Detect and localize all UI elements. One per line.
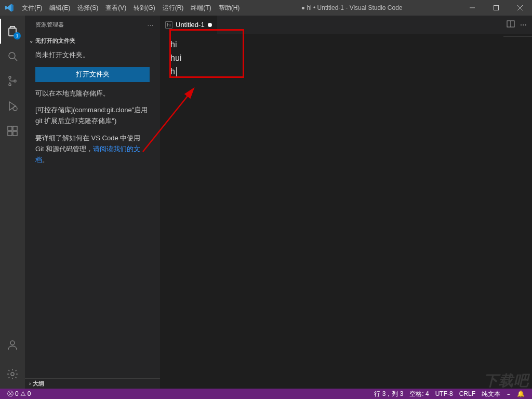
title-bar: 文件(F) 编辑(E) 选择(S) 查看(V) 转到(G) 运行(R) 终端(T… [0,0,532,16]
activity-search[interactable] [0,44,25,69]
menu-view[interactable]: 查看(V) [102,4,130,12]
menu-selection[interactable]: 选择(S) [74,4,102,12]
menu-go[interactable]: 转到(G) [130,4,158,12]
editor-tab[interactable]: hi Untitled-1 [160,16,218,34]
file-icon: hi [165,21,172,29]
status-language[interactable]: 纯文本 [478,390,503,398]
code-line: h [170,65,532,78]
split-editor-icon[interactable] [507,20,515,30]
svg-marker-10 [9,102,16,110]
minimap[interactable] [503,36,532,47]
error-icon: ⓧ [7,390,14,398]
editor-tabs: hi Untitled-1 ··· [160,16,532,34]
close-button[interactable] [508,0,532,16]
menu-edit[interactable]: 编辑(E) [46,4,74,12]
editor-area: hi Untitled-1 ··· hi hui h [160,16,532,389]
warning-icon: ⚠ [20,390,26,397]
menu-bar: 文件(F) 编辑(E) 选择(S) 查看(V) 转到(G) 运行(R) 终端(T… [18,4,243,12]
activity-run-debug[interactable] [0,94,25,118]
text-cursor [176,67,177,77]
svg-rect-12 [8,126,12,130]
activity-source-control[interactable] [0,69,25,94]
explorer-badge: 1 [14,32,21,39]
sidebar-header: 资源管理器 ··· [25,16,160,34]
status-spaces[interactable]: 空格: 4 [406,390,432,398]
menu-file[interactable]: 文件(F) [18,4,46,12]
status-bell-icon[interactable]: 🔔 [514,390,528,398]
svg-point-8 [9,84,11,86]
sidebar: 资源管理器 ··· ⌄ 无打开的文件夹 尚未打开文件夹。 打开文件夹 可以在本地… [25,16,160,389]
tab-filename: Untitled-1 [176,21,205,29]
window-title: ● hi • Untitled-1 - Visual Studio Code [243,4,460,11]
maximize-button[interactable] [484,0,508,16]
code-line: hui [170,51,532,65]
status-bar: ⓧ0 ⚠0 行 3，列 3 空格: 4 UTF-8 CRLF 纯文本 ⌣ 🔔 [0,389,532,399]
outline-section-header[interactable]: › 大纲 [25,379,160,389]
vscode-icon [0,3,18,12]
status-eol[interactable]: CRLF [456,390,478,398]
sidebar-title: 资源管理器 [35,21,64,29]
code-editor[interactable]: hi hui h [160,34,532,389]
svg-line-6 [15,58,17,61]
minimize-button[interactable] [460,0,484,16]
svg-rect-15 [13,131,17,136]
activity-bar: 1 [0,16,25,389]
svg-point-5 [9,52,15,59]
activity-explorer[interactable]: 1 [0,19,25,44]
svg-point-7 [9,76,11,78]
menu-run[interactable]: 运行(R) [159,4,188,12]
status-problems[interactable]: ⓧ0 ⚠0 [4,390,34,398]
open-folder-button[interactable]: 打开文件夹 [35,67,150,82]
dirty-indicator-icon [208,23,212,27]
status-feedback-icon[interactable]: ⌣ [503,390,514,398]
chevron-down-icon: ⌄ [29,38,33,44]
code-line: hi [170,38,532,51]
menu-terminal[interactable]: 终端(T) [187,4,215,12]
sidebar-body: 尚未打开文件夹。 打开文件夹 可以在本地克隆存储库。 [可控存储库](comma… [25,46,160,176]
status-ln-col[interactable]: 行 3，列 3 [371,390,406,398]
no-folder-text1: 尚未打开文件夹。 [35,50,150,61]
svg-point-9 [14,80,16,82]
svg-rect-1 [494,6,499,10]
window-controls [460,0,532,16]
svg-rect-13 [13,126,17,130]
svg-rect-14 [8,131,12,136]
sidebar-more-icon[interactable]: ··· [148,22,154,28]
activity-extensions[interactable] [0,118,25,143]
clone-repo-text: [可控存储库](command:git.clone"启用 git 扩展后立即克隆… [35,105,150,127]
no-folder-label: 无打开的文件夹 [35,37,75,45]
chevron-right-icon: › [29,381,31,387]
no-folder-section-header[interactable]: ⌄ 无打开的文件夹 [25,36,160,46]
activity-accounts[interactable] [0,332,25,357]
menu-help[interactable]: 帮助(H) [215,4,244,12]
learn-more-text: 要详细了解如何在 VS Code 中使用 Git 和源代码管理，请阅读我们的文档… [35,133,150,165]
no-folder-text2: 可以在本地克隆存储库。 [35,88,150,99]
status-encoding[interactable]: UTF-8 [432,390,456,398]
svg-point-16 [10,341,15,345]
svg-point-11 [13,107,17,111]
svg-point-17 [11,373,14,376]
outline-label: 大纲 [33,380,44,388]
editor-more-icon[interactable]: ··· [520,20,527,30]
activity-settings[interactable] [0,362,25,387]
